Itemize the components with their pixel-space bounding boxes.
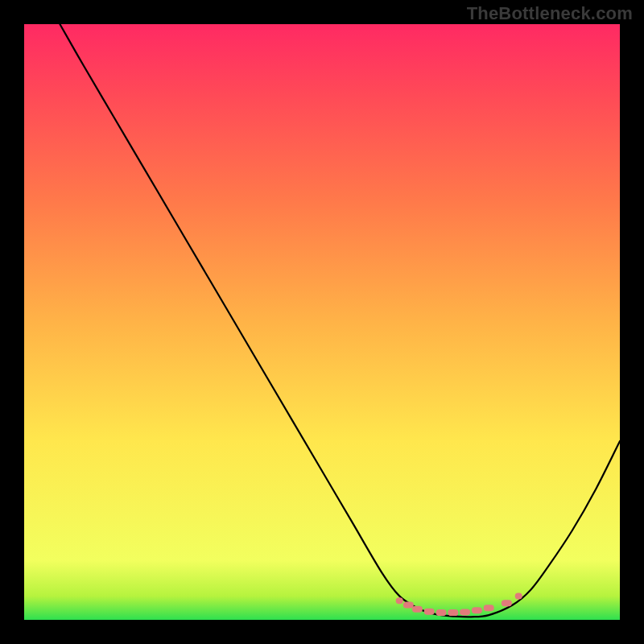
marker-dot [460,609,470,615]
marker-dot [436,609,447,616]
marker-dot [403,602,414,609]
marker-dot [424,609,435,615]
marker-dot [448,609,458,616]
marker-dot [484,605,494,611]
marker-dot [472,607,482,613]
marker-dot [502,600,512,606]
curve-line [60,24,620,617]
marker-dot [412,606,423,613]
plot-area [24,24,620,620]
chart-svg [24,24,620,620]
marker-dot [396,597,403,604]
marker-dot [515,592,522,599]
chart-container: TheBottleneck.com [0,0,644,644]
optimal-range-markers [396,592,522,616]
attribution-label: TheBottleneck.com [467,3,633,24]
